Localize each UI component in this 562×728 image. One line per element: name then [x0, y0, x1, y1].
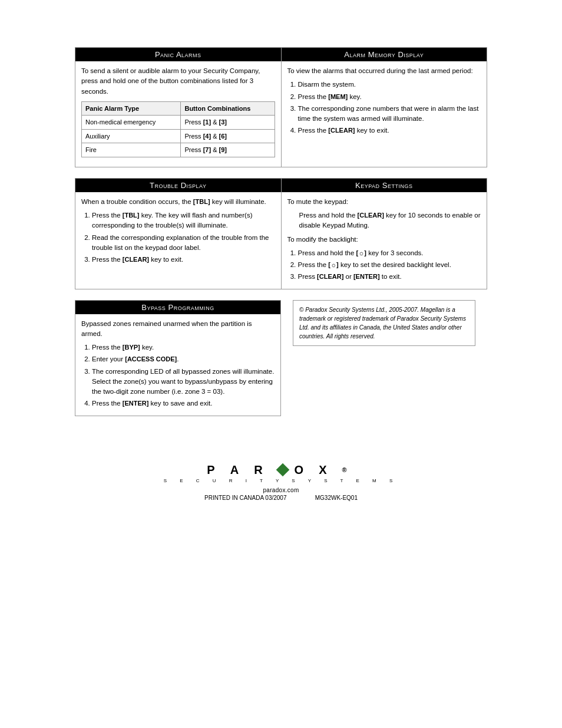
logo-letter-p: P	[207, 463, 223, 477]
list-item: Press the [ENTER] key to save and exit.	[92, 398, 275, 409]
panic-type-3: Fire	[82, 143, 181, 157]
list-item: Press [CLEAR] or [ENTER] to exit.	[298, 272, 481, 282]
panic-table: Panic Alarm Type Button Combinations Non…	[81, 101, 275, 157]
table-row: Auxiliary Press [4] & [6]	[82, 129, 275, 143]
trouble-steps: Press the [TBL] key. The key will flash …	[92, 210, 275, 265]
panic-col-combo: Button Combinations	[181, 101, 275, 116]
bypass-intro: Bypassed zones remained unarmed when the…	[81, 319, 275, 340]
trouble-body: When a trouble condition occurs, the [TB…	[75, 192, 281, 272]
panic-header: Panic Alarms	[75, 48, 281, 61]
trouble-intro: When a trouble condition occurs, the [TB…	[81, 197, 275, 207]
panic-type-1: Non-medical emergency	[82, 116, 181, 130]
logo-letter-x: X	[319, 463, 335, 477]
alarm-memory-header: Alarm Memory Display	[282, 48, 487, 61]
paradox-logo: P A R O X ® S E C U R I T Y S Y S T E M …	[24, 463, 538, 483]
copyright-box: © Paradox Security Systems Ltd., 2005-20…	[293, 300, 475, 346]
list-item: Press the [MEM] key.	[298, 92, 481, 102]
alarm-memory-steps: Disarm the system. Press the [MEM] key. …	[298, 80, 481, 136]
logo-bottom: S E C U R I T Y S Y S T E M S	[164, 478, 399, 483]
logo-letter-o: O	[295, 463, 312, 477]
keypad-backlight-label: To modify the backlight:	[287, 235, 481, 245]
list-item: The corresponding zone numbers that were…	[298, 104, 481, 124]
list-item: Press the [TBL] key. The key will flash …	[92, 210, 275, 231]
copyright-text: © Paradox Security Systems Ltd., 2005-20…	[299, 307, 466, 340]
table-row: Fire Press [7] & [9]	[82, 143, 275, 157]
panic-combo-3: Press [7] & [9]	[181, 143, 275, 157]
keypad-section: Keypad Settings To mute the keypad: Pres…	[281, 178, 488, 289]
panic-col-type: Panic Alarm Type	[82, 101, 181, 116]
footer-website: paradox.com	[24, 487, 538, 493]
panic-combo-1: Press [1] & [3]	[181, 116, 275, 130]
list-item: Press the [BYP] key.	[92, 342, 275, 353]
footer: P A R O X ® S E C U R I T Y S Y S T E M …	[24, 463, 538, 501]
panic-combo-2: Press [4] & [6]	[181, 129, 275, 143]
list-item: Enter your [ACCESS CODE].	[92, 354, 275, 364]
bottom-container: Bypass Programming Bypassed zones remain…	[75, 300, 487, 416]
list-item: Disarm the system.	[298, 80, 481, 90]
footer-model: MG32WK-EQ01	[315, 495, 358, 501]
registered-symbol: ®	[342, 466, 355, 473]
keypad-header: Keypad Settings	[282, 179, 487, 192]
logo-letter-a: A	[230, 463, 247, 477]
table-row: Non-medical emergency Press [1] & [3]	[82, 116, 275, 130]
keypad-mute-label: To mute the keypad:	[287, 197, 481, 207]
logo-diamond-icon	[276, 463, 289, 477]
panic-type-2: Auxiliary	[82, 129, 181, 143]
alarm-memory-body: To view the alarms that occurred during …	[282, 61, 487, 143]
list-item: Read the corresponding explanation of th…	[92, 233, 275, 253]
bypass-steps: Press the [BYP] key. Enter your [ACCESS …	[92, 342, 275, 409]
keypad-body: To mute the keypad: Press and hold the […	[282, 192, 487, 289]
bypass-body: Bypassed zones remained unarmed when the…	[75, 314, 280, 416]
keypad-mute-text: Press and hold the [CLEAR] key for 10 se…	[299, 210, 481, 231]
keypad-backlight-steps: Press and hold the [☼] key for 3 seconds…	[298, 248, 481, 282]
bypass-wrapper: Bypass Programming Bypassed zones remain…	[75, 300, 281, 416]
panic-intro: To send a silent or audible alarm to you…	[81, 66, 275, 97]
bypass-section: Bypass Programming Bypassed zones remain…	[75, 300, 281, 416]
panic-section: Panic Alarms To send a silent or audible…	[75, 47, 281, 167]
trouble-header: Trouble Display	[75, 179, 281, 192]
footer-links: PRINTED IN CANADA 03/2007 MG32WK-EQ01	[204, 495, 358, 501]
bypass-header: Bypass Programming	[75, 301, 280, 314]
logo-top: P A R O X ®	[207, 463, 355, 477]
list-item: Press the [CLEAR] key to exit.	[298, 126, 481, 136]
list-item: The corresponding LED of all bypassed zo…	[92, 367, 275, 397]
trouble-section: Trouble Display When a trouble condition…	[75, 178, 281, 289]
alarm-memory-intro: To view the alarms that occurred during …	[287, 66, 481, 76]
alarm-memory-section: Alarm Memory Display To view the alarms …	[281, 47, 488, 167]
list-item: Press and hold the [☼] key for 3 seconds…	[298, 248, 481, 258]
middle-row: Trouble Display When a trouble condition…	[75, 178, 487, 289]
main-content: Panic Alarms To send a silent or audible…	[75, 47, 487, 416]
footer-printed: PRINTED IN CANADA 03/2007	[204, 495, 287, 501]
list-item: Press the [CLEAR] key to exit.	[92, 255, 275, 265]
panic-body: To send a silent or audible alarm to you…	[75, 61, 281, 167]
top-row: Panic Alarms To send a silent or audible…	[75, 47, 487, 167]
logo-letter-r: R	[254, 463, 270, 477]
list-item: Press the [☼] key to set the desired bac…	[298, 260, 481, 270]
